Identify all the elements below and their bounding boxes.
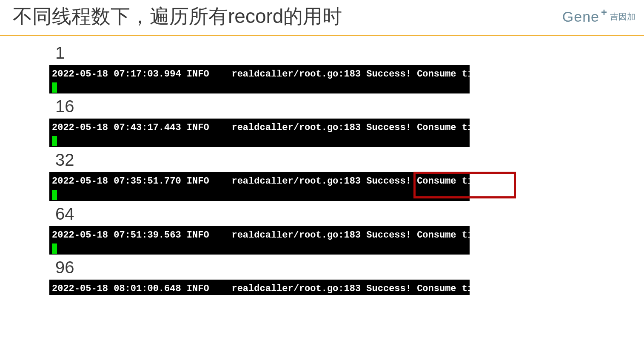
thread-run-64: 64 2022-05-18 07:51:39.563 INFO realdcal… xyxy=(49,204,644,255)
thread-run-16: 16 2022-05-18 07:43:17.443 INFO realdcal… xyxy=(49,97,644,147)
log-line-pre: 2022-05-18 08:01:00.648 INFO realdcaller… xyxy=(52,283,417,294)
terminal-output: 2022-05-18 07:35:51.770 INFO realdcaller… xyxy=(49,172,470,201)
thread-run-1: 1 2022-05-18 07:17:03.994 INFO realdcall… xyxy=(49,43,644,93)
slide-content: 1 2022-05-18 07:17:03.994 INFO realdcall… xyxy=(0,36,644,295)
log-line-tail: Consume time 471s xyxy=(417,283,512,294)
thread-count-label: 96 xyxy=(55,258,644,277)
log-line-pre: 2022-05-18 07:17:03.994 INFO realdcaller… xyxy=(52,69,417,79)
terminal-cursor-icon xyxy=(52,136,57,146)
terminal-output: 2022-05-18 08:01:00.648 INFO realdcaller… xyxy=(49,280,470,295)
log-line-pre: 2022-05-18 07:51:39.563 INFO realdcaller… xyxy=(52,230,417,241)
thread-count-label: 16 xyxy=(55,97,644,116)
log-line-tail: Consume time 390s xyxy=(417,230,512,241)
terminal-cursor-icon xyxy=(52,190,57,200)
thread-count-label: 64 xyxy=(55,204,644,224)
terminal-output: 2022-05-18 07:43:17.443 INFO realdcaller… xyxy=(49,119,470,147)
log-line-pre: 2022-05-18 07:43:17.443 INFO realdcaller… xyxy=(52,122,417,133)
brand-logo: Gene+ 吉因加 xyxy=(562,8,635,25)
log-line-tail: Consume time 250s xyxy=(417,122,512,133)
thread-run-32: 32 2022-05-18 07:35:51.770 INFO realdcal… xyxy=(49,150,644,201)
log-line-tail: Consume time 2543s xyxy=(417,69,518,79)
terminal-cursor-icon xyxy=(52,243,57,254)
plus-icon: + xyxy=(601,6,607,18)
log-line-pre: 2022-05-18 07:35:51.770 INFO realdcaller… xyxy=(52,176,417,187)
logo-text-main: Gene xyxy=(562,8,599,25)
thread-count-label: 32 xyxy=(55,150,644,170)
thread-run-96: 96 2022-05-18 08:01:00.648 INFO realdcal… xyxy=(49,258,644,295)
terminal-cursor-icon xyxy=(52,82,57,93)
log-line-tail: Consume time 200s xyxy=(417,176,512,187)
thread-count-label: 1 xyxy=(55,43,644,62)
slide-title: 不同线程数下，遍历所有record的用时 xyxy=(13,3,342,30)
slide-header: 不同线程数下，遍历所有record的用时 Gene+ 吉因加 xyxy=(0,0,644,36)
terminal-output: 2022-05-18 07:51:39.563 INFO realdcaller… xyxy=(49,226,470,255)
terminal-output: 2022-05-18 07:17:03.994 INFO realdcaller… xyxy=(49,65,470,93)
logo-text-cn: 吉因加 xyxy=(610,11,635,23)
